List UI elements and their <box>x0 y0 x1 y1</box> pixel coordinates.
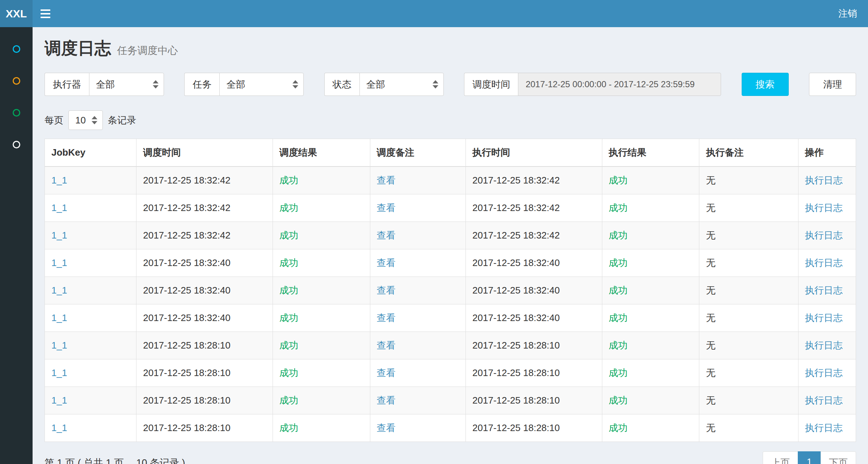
execution-log-link[interactable]: 执行日志 <box>805 395 843 406</box>
execution-log-link[interactable]: 执行日志 <box>805 312 843 323</box>
circle-o-icon <box>13 109 20 117</box>
executor-select[interactable]: 全部 <box>89 73 164 96</box>
page-size-value: 10 <box>75 115 86 126</box>
jobkey-link[interactable]: 1_1 <box>51 257 67 268</box>
clear-button[interactable]: 清理 <box>809 73 856 96</box>
table-row: 1_1 2017-12-25 18:28:10 成功 查看 2017-12-25… <box>45 387 856 414</box>
search-button[interactable]: 搜索 <box>742 73 789 96</box>
trigger-time-cell: 2017-12-25 18:28:10 <box>136 387 273 414</box>
trigger-result-text: 成功 <box>279 422 298 433</box>
app-logo[interactable]: XXL <box>0 0 33 27</box>
col-action: 操作 <box>798 139 856 167</box>
job-filter-label: 任务 <box>184 73 219 96</box>
hamburger-menu-icon[interactable] <box>33 0 58 27</box>
status-select[interactable]: 全部 <box>359 73 444 96</box>
execution-log-link[interactable]: 执行日志 <box>805 257 843 268</box>
col-handle-result: 执行结果 <box>602 139 699 167</box>
sidebar-item-4[interactable] <box>0 128 33 160</box>
executor-filter: 执行器 全部 <box>45 73 164 96</box>
trigger-msg-link[interactable]: 查看 <box>377 257 396 268</box>
jobkey-link[interactable]: 1_1 <box>51 395 67 406</box>
sidebar-item-2[interactable] <box>0 65 33 97</box>
handle-time-cell: 2017-12-25 18:32:42 <box>466 166 602 194</box>
execution-log-link[interactable]: 执行日志 <box>805 367 843 378</box>
handle-msg-cell: 无 <box>699 249 798 277</box>
next-page-button[interactable]: 下页 <box>821 451 856 464</box>
table-row: 1_1 2017-12-25 18:32:40 成功 查看 2017-12-25… <box>45 249 856 277</box>
trigger-msg-link[interactable]: 查看 <box>377 367 396 378</box>
jobkey-link[interactable]: 1_1 <box>51 202 67 213</box>
handle-msg-cell: 无 <box>699 359 798 387</box>
trigger-msg-link[interactable]: 查看 <box>377 395 396 406</box>
jobkey-link[interactable]: 1_1 <box>51 230 67 241</box>
trigger-time-cell: 2017-12-25 18:32:42 <box>136 222 273 249</box>
jobkey-link[interactable]: 1_1 <box>51 422 67 433</box>
table-row: 1_1 2017-12-25 18:28:10 成功 查看 2017-12-25… <box>45 359 856 387</box>
sidebar-item-3[interactable] <box>0 97 33 128</box>
trigger-msg-link[interactable]: 查看 <box>377 340 396 351</box>
sidebar-item-1[interactable] <box>0 33 33 65</box>
handle-result-text: 成功 <box>609 312 628 323</box>
trigger-result-text: 成功 <box>279 202 298 213</box>
jobkey-link[interactable]: 1_1 <box>51 285 67 296</box>
handle-result-text: 成功 <box>609 230 628 241</box>
pagination: 上页 1 下页 <box>763 451 856 464</box>
sidebar <box>0 27 33 464</box>
handle-msg-cell: 无 <box>699 332 798 359</box>
jobkey-link[interactable]: 1_1 <box>51 340 67 351</box>
jobkey-link[interactable]: 1_1 <box>51 312 67 323</box>
page-size-suffix: 条记录 <box>108 114 136 127</box>
table-row: 1_1 2017-12-25 18:32:42 成功 查看 2017-12-25… <box>45 194 856 222</box>
trigger-msg-link[interactable]: 查看 <box>377 202 396 213</box>
handle-result-text: 成功 <box>609 175 628 186</box>
execution-log-link[interactable]: 执行日志 <box>805 202 843 213</box>
current-page-button[interactable]: 1 <box>798 451 821 464</box>
handle-msg-cell: 无 <box>699 414 798 442</box>
col-trigger-msg: 调度备注 <box>370 139 465 167</box>
handle-result-text: 成功 <box>609 340 628 351</box>
col-trigger-result: 调度结果 <box>273 139 370 167</box>
handle-result-text: 成功 <box>609 202 628 213</box>
page-size-select[interactable]: 10 <box>68 110 103 130</box>
trigger-time-cell: 2017-12-25 18:32:42 <box>136 194 273 222</box>
page-size-row: 每页 10 条记录 <box>45 110 856 130</box>
job-select[interactable]: 全部 <box>219 73 304 96</box>
trigger-msg-link[interactable]: 查看 <box>377 422 396 433</box>
trigger-time-range-input[interactable] <box>518 73 721 96</box>
prev-page-button[interactable]: 上页 <box>763 451 798 464</box>
execution-log-link[interactable]: 执行日志 <box>805 230 843 241</box>
table-row: 1_1 2017-12-25 18:32:40 成功 查看 2017-12-25… <box>45 304 856 332</box>
select-arrows-icon <box>92 116 97 125</box>
select-arrows-icon <box>292 80 298 89</box>
page-title: 调度日志 <box>45 37 111 60</box>
navbar-main: 注销 <box>33 0 868 27</box>
trigger-msg-link[interactable]: 查看 <box>377 312 396 323</box>
dispatch-log-table: JobKey 调度时间 调度结果 调度备注 执行时间 执行结果 执行备注 操作 … <box>45 139 856 442</box>
jobkey-link[interactable]: 1_1 <box>51 367 67 378</box>
handle-result-text: 成功 <box>609 367 628 378</box>
trigger-result-text: 成功 <box>279 367 298 378</box>
handle-result-text: 成功 <box>609 395 628 406</box>
handle-time-cell: 2017-12-25 18:32:40 <box>466 249 602 277</box>
trigger-msg-link[interactable]: 查看 <box>377 175 396 186</box>
trigger-result-text: 成功 <box>279 312 298 323</box>
handle-time-cell: 2017-12-25 18:28:10 <box>466 414 602 442</box>
jobkey-link[interactable]: 1_1 <box>51 175 67 186</box>
status-select-value: 全部 <box>366 78 385 91</box>
execution-log-link[interactable]: 执行日志 <box>805 175 843 186</box>
handle-time-cell: 2017-12-25 18:28:10 <box>466 359 602 387</box>
executor-select-value: 全部 <box>96 78 115 91</box>
table-row: 1_1 2017-12-25 18:32:42 成功 查看 2017-12-25… <box>45 222 856 249</box>
handle-msg-cell: 无 <box>699 387 798 414</box>
trigger-msg-link[interactable]: 查看 <box>377 285 396 296</box>
execution-log-link[interactable]: 执行日志 <box>805 340 843 351</box>
handle-msg-cell: 无 <box>699 194 798 222</box>
circle-o-icon <box>13 141 20 148</box>
logout-link[interactable]: 注销 <box>838 7 857 20</box>
table-header-row: JobKey 调度时间 调度结果 调度备注 执行时间 执行结果 执行备注 操作 <box>45 139 856 167</box>
trigger-result-text: 成功 <box>279 257 298 268</box>
trigger-time-filter-label: 调度时间 <box>464 73 518 96</box>
execution-log-link[interactable]: 执行日志 <box>805 285 843 296</box>
trigger-msg-link[interactable]: 查看 <box>377 230 396 241</box>
execution-log-link[interactable]: 执行日志 <box>805 422 843 433</box>
